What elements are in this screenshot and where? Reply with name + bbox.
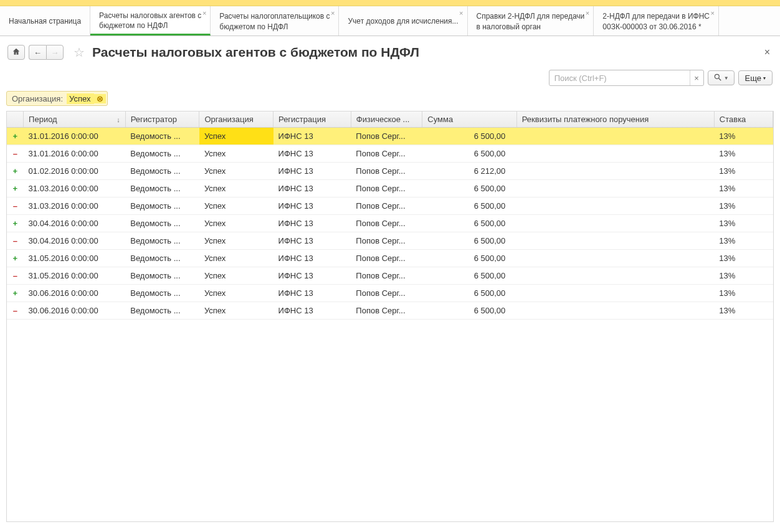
tab[interactable]: Расчеты налоговых агентов сбюджетом по Н… bbox=[90, 6, 211, 36]
table-row[interactable]: +30.06.2016 0:00:00Ведомость ...УспехИФН… bbox=[7, 285, 773, 302]
cell: Ведомость ... bbox=[125, 197, 199, 215]
cell: Успех bbox=[199, 250, 273, 267]
cell: Успех bbox=[199, 128, 273, 145]
cell: + bbox=[7, 180, 24, 197]
cell: 31.01.2016 0:00:00 bbox=[24, 145, 126, 163]
table-row[interactable]: +31.05.2016 0:00:00Ведомость ...УспехИФН… bbox=[7, 250, 773, 267]
cell: 13% bbox=[714, 128, 773, 145]
search-button[interactable]: ▼ bbox=[708, 70, 735, 85]
cell: Ведомость ... bbox=[125, 145, 199, 163]
cell bbox=[516, 302, 714, 320]
cell: 6 500,00 bbox=[422, 128, 516, 145]
tab-close-icon[interactable]: × bbox=[586, 9, 589, 18]
filter-chip-organization[interactable]: Организация: Успех ⊗ bbox=[6, 91, 108, 106]
cell: 6 500,00 bbox=[422, 285, 516, 302]
col-payment-reqs[interactable]: Реквизиты платежного поручения bbox=[516, 112, 714, 128]
forward-button[interactable]: → bbox=[46, 45, 64, 60]
tab-close-icon[interactable]: × bbox=[202, 9, 206, 18]
filter-chip-remove-icon[interactable]: ⊗ bbox=[94, 94, 106, 103]
table-header-row: Период ↓ Регистратор Организация Регистр… bbox=[7, 112, 773, 128]
filter-bar: Организация: Успех ⊗ bbox=[0, 91, 780, 111]
search-input[interactable] bbox=[549, 72, 690, 85]
tab[interactable]: Начальная страница bbox=[0, 6, 90, 36]
col-person[interactable]: Физическое ... bbox=[351, 112, 422, 128]
cell: 31.01.2016 0:00:00 bbox=[24, 128, 126, 145]
cell: 6 500,00 bbox=[422, 267, 516, 285]
cell: 13% bbox=[714, 232, 773, 250]
cell: ИФНС 13 bbox=[273, 267, 351, 285]
nav-buttons: ← → bbox=[29, 45, 64, 60]
col-organization[interactable]: Организация bbox=[199, 112, 273, 128]
data-grid: Период ↓ Регистратор Организация Регистр… bbox=[6, 111, 774, 522]
cell: – bbox=[7, 302, 24, 320]
col-sign[interactable] bbox=[7, 112, 24, 128]
col-rate[interactable]: Ставка bbox=[714, 112, 773, 128]
notification-bar bbox=[0, 0, 780, 6]
cell: 6 500,00 bbox=[422, 250, 516, 267]
search-clear-button[interactable]: × bbox=[690, 70, 703, 85]
cell: 13% bbox=[714, 250, 773, 267]
close-page-button[interactable]: × bbox=[762, 47, 773, 58]
table-row[interactable]: +30.04.2016 0:00:00Ведомость ...УспехИФН… bbox=[7, 215, 773, 232]
cell: 31.03.2016 0:00:00 bbox=[24, 180, 126, 197]
sort-asc-icon: ↓ bbox=[117, 116, 120, 123]
cell bbox=[516, 215, 714, 232]
cell bbox=[516, 145, 714, 163]
cell: + bbox=[7, 215, 24, 232]
tab-label: Расчеты налогоплательщиков с bbox=[219, 11, 330, 21]
col-period[interactable]: Период ↓ bbox=[24, 112, 126, 128]
cell: ИФНС 13 bbox=[273, 145, 351, 163]
tab-label: 2-НДФЛ для передачи в ИФНС bbox=[602, 11, 710, 21]
cell: ИФНС 13 bbox=[273, 285, 351, 302]
table-row[interactable]: –30.04.2016 0:00:00Ведомость ...УспехИФН… bbox=[7, 232, 773, 250]
favorite-star-icon[interactable]: ☆ bbox=[74, 45, 85, 60]
col-registration[interactable]: Регистрация bbox=[273, 112, 351, 128]
table-row[interactable]: –30.06.2016 0:00:00Ведомость ...УспехИФН… bbox=[7, 302, 773, 320]
cell: 13% bbox=[714, 302, 773, 320]
more-button[interactable]: Еще ▾ bbox=[738, 70, 773, 85]
table-row[interactable]: +31.01.2016 0:00:00Ведомость ...УспехИФН… bbox=[7, 128, 773, 145]
home-button[interactable] bbox=[7, 45, 25, 60]
table-row[interactable]: –31.03.2016 0:00:00Ведомость ...УспехИФН… bbox=[7, 197, 773, 215]
tab-label: Расчеты налоговых агентов с bbox=[99, 11, 201, 21]
cell: – bbox=[7, 232, 24, 250]
cell: 13% bbox=[714, 285, 773, 302]
filter-chip-label: Организация: bbox=[8, 93, 67, 104]
table-row[interactable]: –31.01.2016 0:00:00Ведомость ...УспехИФН… bbox=[7, 145, 773, 163]
tab-close-icon[interactable]: × bbox=[459, 9, 463, 18]
minus-icon: – bbox=[13, 236, 17, 245]
cell: + bbox=[7, 250, 24, 267]
cell: Попов Серг... bbox=[351, 215, 422, 232]
arrow-right-icon: → bbox=[51, 48, 59, 57]
cell: Попов Серг... bbox=[351, 285, 422, 302]
tab-close-icon[interactable]: × bbox=[331, 9, 335, 18]
cell: 31.05.2016 0:00:00 bbox=[24, 267, 126, 285]
col-sum[interactable]: Сумма bbox=[422, 112, 516, 128]
cell: 31.03.2016 0:00:00 bbox=[24, 197, 126, 215]
tab-label: бюджетом по НДФЛ bbox=[219, 22, 330, 32]
cell: Ведомость ... bbox=[125, 250, 199, 267]
cell: 13% bbox=[714, 215, 773, 232]
tab-label: 00ЗК-000003 от 30.06.2016 * bbox=[602, 22, 710, 32]
tab[interactable]: 2-НДФЛ для передачи в ИФНС00ЗК-000003 от… bbox=[594, 6, 719, 36]
back-button[interactable]: ← bbox=[29, 45, 46, 60]
table-row[interactable]: –31.05.2016 0:00:00Ведомость ...УспехИФН… bbox=[7, 267, 773, 285]
tab[interactable]: Расчеты налогоплательщиков сбюджетом по … bbox=[211, 6, 339, 36]
minus-icon: – bbox=[13, 306, 17, 315]
cell: 13% bbox=[714, 145, 773, 163]
cell: 30.04.2016 0:00:00 bbox=[24, 232, 126, 250]
tab-close-icon[interactable]: × bbox=[711, 9, 715, 18]
cell: 6 500,00 bbox=[422, 302, 516, 320]
tab-label: бюджетом по НДФЛ bbox=[99, 21, 201, 31]
tab[interactable]: Справки 2-НДФЛ для передачив налоговый о… bbox=[468, 6, 594, 36]
cell: Попов Серг... bbox=[351, 145, 422, 163]
cell: Успех bbox=[199, 302, 273, 320]
tab[interactable]: Учет доходов для исчисления...× bbox=[339, 6, 467, 36]
cell: 6 500,00 bbox=[422, 145, 516, 163]
cell: 6 212,00 bbox=[422, 163, 516, 180]
dropdown-icon: ▼ bbox=[724, 75, 729, 81]
cell bbox=[516, 285, 714, 302]
table-row[interactable]: +01.02.2016 0:00:00Ведомость ...УспехИФН… bbox=[7, 163, 773, 180]
col-registrar[interactable]: Регистратор bbox=[125, 112, 199, 128]
table-row[interactable]: +31.03.2016 0:00:00Ведомость ...УспехИФН… bbox=[7, 180, 773, 197]
